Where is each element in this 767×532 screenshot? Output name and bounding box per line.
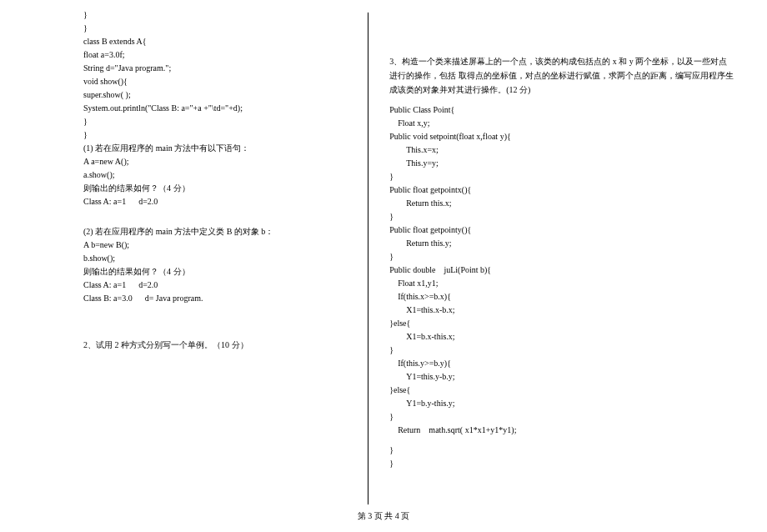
- spacer: [83, 305, 355, 339]
- code-line: a.show();: [83, 168, 355, 182]
- question-text: 3、构造一个类来描述屏幕上的一个点，该类的构成包括点的 x 和 y 两个坐标，以…: [389, 54, 734, 97]
- code-line: System.out.println("Class B: a="+a +"\td…: [83, 102, 355, 115]
- code-line: X1=this.x-b.x;: [389, 304, 734, 317]
- spacer: [83, 208, 355, 225]
- code-line: }: [389, 250, 734, 263]
- page-container: } } class B extends A{ float a=3.0f; Str…: [0, 0, 767, 504]
- code-line: Public float getpointx(){: [389, 183, 734, 197]
- question-3-text: 2、试用 2 种方式分别写一个单例。（10 分）: [83, 339, 355, 352]
- code-line: Public void setpoint(float x,float y){: [389, 130, 734, 143]
- code-line: class B extends A{: [83, 35, 355, 48]
- question-2-text: (2) 若在应用程序的 main 方法中定义类 B 的对象 b：: [83, 225, 355, 238]
- code-line: }else{: [389, 317, 734, 330]
- code-line: Y1=b.y-this.y;: [389, 397, 734, 410]
- spacer: [389, 97, 734, 103]
- code-line: If(this.x>=b.x){: [389, 290, 734, 304]
- code-line: }: [389, 170, 734, 183]
- code-line: If(this.y>=b.y){: [389, 357, 734, 370]
- answer-line: Class B: a=3.0 d= Java program.: [83, 292, 355, 305]
- code-line: }: [389, 444, 734, 457]
- code-line: }: [83, 115, 355, 128]
- code-line: }: [83, 22, 355, 35]
- code-line: This.x=x;: [389, 143, 734, 157]
- code-line: }: [389, 457, 734, 470]
- spacer: [389, 437, 734, 444]
- question-1-text: (1) 若在应用程序的 main 方法中有以下语句：: [83, 142, 355, 155]
- code-line: Return this.x;: [389, 197, 734, 210]
- code-line: }: [389, 410, 734, 424]
- code-line: Public Class Point{: [389, 103, 734, 117]
- code-line: A a=new A();: [83, 155, 355, 168]
- answer-line: Class A: a=1 d=2.0: [83, 279, 355, 292]
- left-column: } } class B extends A{ float a=3.0f; Str…: [0, 8, 368, 504]
- code-line: }else{: [389, 384, 734, 397]
- answer-line: Class A: a=1 d=2.0: [83, 195, 355, 208]
- code-line: X1=b.x-this.x;: [389, 330, 734, 344]
- code-line: }: [83, 8, 355, 22]
- code-line: }: [83, 128, 355, 142]
- code-line: Public double juLi(Point b){: [389, 263, 734, 277]
- right-column: 3、构造一个类来描述屏幕上的一个点，该类的构成包括点的 x 和 y 两个坐标，以…: [368, 8, 767, 504]
- code-line: A b=new B();: [83, 238, 355, 252]
- code-line: super.show( );: [83, 88, 355, 102]
- code-line: Return math.sqrt( x1*x1+y1*y1);: [389, 424, 734, 437]
- page-footer: 第 3 页 共 4 页: [0, 510, 767, 522]
- code-line: void show(){: [83, 75, 355, 88]
- code-line: This.y=y;: [389, 157, 734, 170]
- code-line: Float x1,y1;: [389, 277, 734, 290]
- code-line: Y1=this.y-b.y;: [389, 370, 734, 384]
- code-line: String d="Java program.";: [83, 62, 355, 75]
- code-line: float a=3.0f;: [83, 48, 355, 62]
- code-line: }: [389, 344, 734, 357]
- code-line: Return this.y;: [389, 237, 734, 250]
- question-text: 则输出的结果如何？（4 分）: [83, 265, 355, 279]
- code-line: Float x,y;: [389, 117, 734, 130]
- code-line: b.show();: [83, 252, 355, 265]
- code-line: Public float getpointy(){: [389, 223, 734, 237]
- question-text: 则输出的结果如何？（4 分）: [83, 182, 355, 195]
- code-line: }: [389, 210, 734, 223]
